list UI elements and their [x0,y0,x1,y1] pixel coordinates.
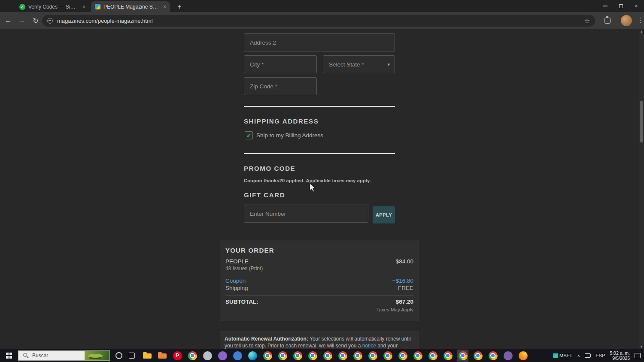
gift-card-input[interactable] [244,205,368,223]
city-input[interactable] [244,55,317,73]
app-icon[interactable] [217,350,228,362]
bookmark-star-icon[interactable]: ☆ [584,17,590,25]
tab-title: PEOPLE Magazine Subscription [103,4,160,10]
edge-icon[interactable] [247,350,258,362]
chrome-icon[interactable] [472,350,483,362]
chrome-icon[interactable] [487,350,498,362]
browser-menu-icon[interactable]: ⋮ [638,16,644,24]
chrome-icon[interactable] [337,350,348,362]
minimize-button[interactable] [598,0,613,12]
state-select-value: Select State * [329,61,364,68]
app-icon[interactable] [502,350,513,362]
chrome-icon[interactable] [277,350,288,362]
chrome-icon[interactable] [307,350,318,362]
window-controls: × [598,0,644,12]
ship-to-billing-label[interactable]: Ship to my Billing Address [256,132,323,139]
tab-close-icon[interactable]: × [82,4,85,10]
tab-people-magazine[interactable]: PEOPLE Magazine Subscription × [91,1,170,12]
chrome-icon[interactable] [187,350,198,362]
chrome-icon[interactable] [397,350,408,362]
search-daily-image [85,351,109,360]
close-window-button[interactable]: × [629,0,644,12]
profile-avatar[interactable] [621,15,632,26]
chrome-icon[interactable] [457,350,468,362]
scroll-up-icon[interactable]: ▲ [639,30,644,33]
maximize-button[interactable] [613,0,629,12]
reload-button[interactable]: ↻ [30,15,41,26]
app-icon[interactable] [232,350,243,362]
new-tab-button[interactable]: + [174,2,185,12]
display-icon[interactable] [585,353,591,358]
chrome-icon[interactable] [322,350,333,362]
taskbar: Buscar P MSFT ∧ ESP 5:02 a. m. 9/5/2025 [0,349,644,362]
tab-close-icon[interactable]: × [163,4,166,10]
task-view-icon[interactable] [129,353,135,359]
chevron-down-icon: ▾ [387,62,390,67]
time: 5:02 a. m. [610,350,630,356]
ship-to-billing-checkbox[interactable]: ✓ [245,131,253,139]
forward-button[interactable]: → [16,15,27,26]
coupon-amount: −$16.80 [392,278,413,284]
chrome-icon[interactable] [352,350,363,362]
notification-center-icon[interactable] [635,353,641,358]
assistant-icon[interactable] [115,352,122,359]
tab-simplycodes[interactable]: ✓ Verify Codes — SimplyCodes × [15,1,89,12]
file-explorer-icon[interactable] [142,350,153,362]
subtotal-value: $67.20 [396,299,413,305]
order-heading: YOUR ORDER [225,247,413,254]
chrome-icon[interactable] [292,350,303,362]
scroll-down-icon[interactable]: ▼ [639,345,644,348]
zip-input[interactable] [244,77,317,95]
language-indicator[interactable]: ESP [595,353,605,358]
msft-label: MSFT [559,353,572,358]
site-info-icon[interactable] [47,18,53,24]
taskbar-search[interactable]: Buscar [18,350,110,361]
browser-window: ✓ Verify Codes — SimplyCodes × PEOPLE Ma… [0,0,644,362]
subtotal-label: SUBTOTAL: [225,299,258,305]
tab-title: Verify Codes — SimplyCodes [28,4,79,10]
app-icon[interactable] [202,350,213,362]
divider [244,153,395,154]
firefox-icon[interactable] [517,350,529,362]
shipping-label: Shipping [225,285,248,291]
msft-widget[interactable]: MSFT [553,353,572,358]
coupon-link[interactable]: Coupon [225,278,246,284]
maximize-icon [619,4,623,8]
extensions-icon[interactable] [605,18,611,24]
promo-code-heading: PROMO CODE [244,165,295,172]
chrome-icon[interactable] [442,350,453,362]
chrome-icon[interactable] [367,350,378,362]
address-bar[interactable]: magazines.com/people-magazine.html ☆ [42,15,595,27]
chrome-icon[interactable] [382,350,393,362]
address2-input[interactable] [244,33,395,51]
order-summary: YOUR ORDER PEOPLE $84.00 48 Issues (Prin… [220,241,419,321]
checkout-page: Select State * ▾ SHIPPING ADDRESS ✓ Ship… [0,29,644,349]
start-button[interactable] [0,349,18,362]
scrollbar-thumb[interactable] [640,101,643,142]
chrome-icon[interactable] [427,350,438,362]
item-name: PEOPLE [225,258,249,265]
apply-button[interactable]: APPLY [373,206,395,223]
chrome-icon[interactable] [412,350,423,362]
shipping-row: Shipping FREE [225,285,413,291]
pinterest-icon[interactable]: P [172,350,183,362]
check-icon: ✓ [21,5,24,9]
order-divider [225,295,413,296]
notice-link[interactable]: notice [362,343,376,349]
state-select[interactable]: Select State * ▾ [323,55,395,73]
icon-letter: P [176,353,179,359]
gift-card-heading: GIFT CARD [244,191,285,199]
item-price: $84.00 [396,258,413,265]
back-button[interactable]: ← [3,15,14,26]
renewal-authorization: Automatic Renewal Authorization: Your se… [220,332,419,349]
tray-chevron-icon[interactable]: ∧ [577,353,580,358]
item-detail: 48 Issues (Print) [225,265,413,272]
folder-icon[interactable] [157,350,168,362]
chrome-icon[interactable] [262,350,273,362]
coupon-row: Coupon −$16.80 [225,278,413,284]
browser-toolbar: ← → ↻ magazines.com/people-magazine.html… [0,12,644,29]
clock[interactable]: 5:02 a. m. 9/5/2025 [610,350,630,361]
scrollbar[interactable]: ▲ ▼ [639,29,644,349]
search-placeholder: Buscar [32,353,48,359]
mouse-cursor [309,183,316,193]
